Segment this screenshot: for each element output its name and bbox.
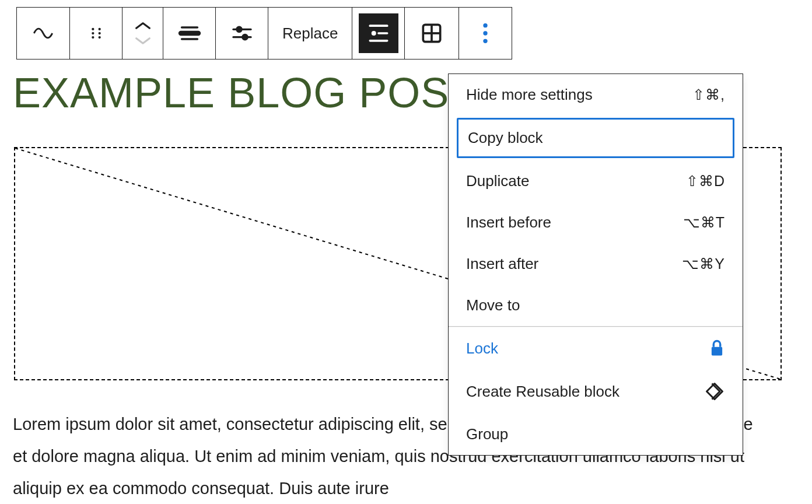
- menu-item-label: Hide more settings: [466, 86, 593, 104]
- block-mover: [123, 8, 163, 59]
- kebab-icon: [482, 22, 488, 45]
- cover-block-icon: [31, 21, 55, 46]
- svg-point-4: [92, 36, 94, 38]
- svg-point-10: [236, 27, 241, 32]
- replace-label: Replace: [282, 24, 338, 43]
- align-button[interactable]: [163, 8, 216, 59]
- menu-item-label: Group: [466, 425, 508, 443]
- menu-item-insert-before[interactable]: Insert before ⌥⌘T: [449, 202, 743, 243]
- menu-item-label: Insert after: [466, 255, 538, 273]
- duotone-button[interactable]: [405, 8, 459, 59]
- align-icon: [178, 22, 201, 45]
- menu-item-label: Move to: [466, 296, 520, 314]
- menu-item-create-reusable-block[interactable]: Create Reusable block: [449, 369, 743, 414]
- grid-icon: [419, 20, 444, 46]
- menu-item-hide-more-settings[interactable]: Hide more settings ⇧⌘,: [449, 74, 743, 116]
- svg-point-14: [372, 31, 376, 36]
- menu-item-label: Copy block: [468, 129, 543, 147]
- lock-icon: [709, 339, 725, 358]
- menu-item-group[interactable]: Group: [449, 414, 743, 455]
- svg-point-21: [484, 31, 488, 35]
- block-type-button[interactable]: [17, 8, 70, 59]
- drag-handle[interactable]: [70, 8, 123, 59]
- move-down-button[interactable]: [133, 33, 153, 48]
- post-title: EXAMPLE BLOG POST: [13, 69, 475, 117]
- move-up-button[interactable]: [133, 18, 153, 33]
- reusable-block-icon: [704, 381, 725, 402]
- svg-point-5: [98, 36, 100, 38]
- menu-item-label: Create Reusable block: [466, 383, 620, 401]
- menu-item-label: Lock: [466, 340, 498, 358]
- svg-point-1: [98, 28, 100, 30]
- menu-item-label: Insert before: [466, 214, 551, 232]
- full-height-icon: [359, 13, 398, 53]
- svg-rect-24: [712, 347, 722, 356]
- svg-point-0: [92, 28, 94, 30]
- menu-item-insert-after[interactable]: Insert after ⌥⌘Y: [449, 243, 743, 285]
- content-position-button[interactable]: [216, 8, 268, 59]
- menu-item-shortcut: ⇧⌘,: [692, 86, 725, 103]
- block-toolbar: Replace: [16, 7, 512, 60]
- menu-item-shortcut: ⇧⌘D: [686, 173, 725, 190]
- menu-item-lock[interactable]: Lock: [449, 327, 743, 369]
- svg-point-22: [484, 39, 488, 43]
- svg-point-3: [98, 32, 100, 34]
- menu-item-label: Duplicate: [466, 172, 529, 190]
- block-options-menu: Hide more settings ⇧⌘, Copy block Duplic…: [448, 74, 743, 456]
- sliders-icon: [230, 22, 254, 45]
- full-height-button[interactable]: [352, 8, 405, 59]
- menu-item-move-to[interactable]: Move to: [449, 285, 743, 326]
- drag-icon: [86, 23, 106, 43]
- replace-button[interactable]: Replace: [268, 8, 352, 59]
- svg-point-12: [242, 35, 247, 40]
- svg-point-2: [92, 32, 94, 34]
- menu-item-duplicate[interactable]: Duplicate ⇧⌘D: [449, 160, 743, 202]
- menu-item-shortcut: ⌥⌘T: [683, 214, 725, 231]
- svg-point-20: [484, 23, 488, 27]
- menu-item-shortcut: ⌥⌘Y: [682, 256, 725, 272]
- more-options-button[interactable]: [459, 8, 512, 59]
- menu-item-copy-block[interactable]: Copy block: [457, 118, 734, 158]
